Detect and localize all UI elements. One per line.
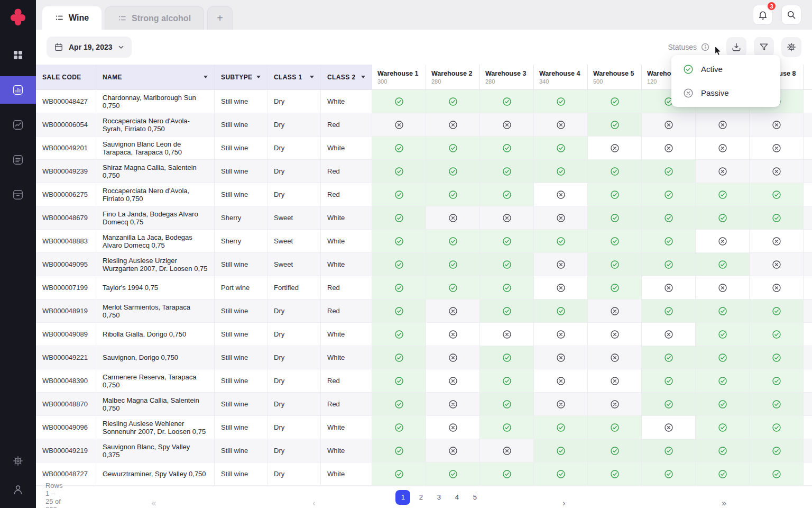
warehouse-status-cell[interactable] [480,160,534,183]
warehouse-status-cell[interactable] [642,113,696,136]
warehouse-status-cell[interactable] [588,137,642,159]
warehouse-status-cell[interactable] [696,369,750,392]
sidebar-item-trends[interactable] [0,111,36,139]
warehouse-status-cell[interactable] [696,276,750,299]
warehouse-status-cell[interactable] [588,160,642,183]
table-row[interactable]: WB000048727Gewurztraminer, Spy Valley 0,… [36,462,812,486]
warehouse-status-cell[interactable] [426,230,480,252]
table-row[interactable]: WB000006054Roccaperciata Nero d'Avola-Sy… [36,113,812,137]
column-header-sale-code[interactable]: SALE CODE [36,65,96,89]
warehouse-status-cell[interactable] [426,462,480,485]
warehouse-status-cell[interactable] [426,323,480,346]
warehouse-status-cell[interactable] [534,369,588,392]
sidebar-item-analytics[interactable] [0,76,36,104]
warehouse-status-cell[interactable] [642,393,696,415]
dropdown-item-passive[interactable]: Passive [671,81,780,105]
warehouse-status-cell[interactable] [642,206,696,229]
warehouse-status-cell[interactable] [588,393,642,415]
statuses-control[interactable]: Statuses [665,42,713,52]
warehouse-status-cell[interactable] [696,206,750,229]
warehouse-status-cell[interactable] [696,346,750,369]
warehouse-status-cell[interactable] [642,300,696,322]
warehouse-status-cell[interactable] [480,439,534,462]
warehouse-status-cell[interactable] [588,183,642,206]
warehouse-status-cell[interactable] [372,276,426,299]
warehouse-status-cell[interactable] [534,160,588,183]
warehouse-status-cell[interactable] [480,369,534,392]
table-row[interactable]: WB000048679Fino La Janda, Bodegas Alvaro… [36,206,812,230]
warehouse-status-cell[interactable] [372,90,426,113]
warehouse-status-cell[interactable] [372,323,426,346]
warehouse-status-cell[interactable] [480,393,534,415]
warehouse-status-cell[interactable] [750,230,804,252]
warehouse-status-cell[interactable] [426,113,480,136]
warehouse-status-cell[interactable] [696,323,750,346]
warehouse-status-cell[interactable] [750,439,804,462]
warehouse-status-cell[interactable] [372,346,426,369]
table-row[interactable]: WB000049201Sauvignon Blanc Leon de Tarap… [36,137,812,160]
warehouse-status-cell[interactable] [696,393,750,415]
warehouse-status-cell[interactable] [480,183,534,206]
warehouse-status-cell[interactable] [642,183,696,206]
warehouse-status-cell[interactable] [480,113,534,136]
warehouse-status-cell[interactable] [534,276,588,299]
warehouse-status-cell[interactable] [696,416,750,439]
warehouse-status-cell[interactable] [372,369,426,392]
warehouse-status-cell[interactable] [750,253,804,276]
warehouse-status-cell[interactable] [588,90,642,113]
warehouse-status-cell[interactable] [642,439,696,462]
warehouse-status-cell[interactable] [642,346,696,369]
warehouse-status-cell[interactable] [750,346,804,369]
warehouse-status-cell[interactable] [588,253,642,276]
warehouse-status-cell[interactable] [426,206,480,229]
pagination-first[interactable]: « [76,496,233,508]
warehouse-status-cell[interactable] [372,113,426,136]
column-header-subtype[interactable]: SUBTYPE [215,65,267,89]
warehouse-status-cell[interactable] [588,462,642,485]
warehouse-status-cell[interactable] [480,346,534,369]
warehouse-status-cell[interactable] [480,300,534,322]
warehouse-status-cell[interactable] [372,206,426,229]
warehouse-status-cell[interactable] [750,137,804,159]
warehouse-status-cell[interactable] [750,369,804,392]
warehouse-status-cell[interactable] [642,160,696,183]
warehouse-status-cell[interactable] [588,416,642,439]
warehouse-status-cell[interactable] [372,183,426,206]
warehouse-status-cell[interactable] [696,439,750,462]
warehouse-status-cell[interactable] [750,300,804,322]
warehouse-status-cell[interactable] [372,439,426,462]
warehouse-status-cell[interactable] [534,230,588,252]
column-header-class-1[interactable]: CLASS 1 [267,65,321,89]
table-row[interactable]: WB000049095Riesling Auslese Urziger Wurz… [36,253,812,276]
warehouse-status-cell[interactable] [534,137,588,159]
sidebar-settings-button[interactable] [12,455,24,468]
warehouse-status-cell[interactable] [372,137,426,159]
warehouse-status-cell[interactable] [750,160,804,183]
pagination-page[interactable]: 2 [413,490,428,505]
warehouse-status-cell[interactable] [642,276,696,299]
sort-desc-icon[interactable] [204,76,208,78]
pagination-next[interactable]: › [485,496,642,508]
warehouse-status-cell[interactable] [642,462,696,485]
warehouse-status-cell[interactable] [534,90,588,113]
warehouse-status-cell[interactable] [588,439,642,462]
warehouse-status-cell[interactable] [696,160,750,183]
table-row[interactable]: WB000049221Sauvignon, Dorigo 0,750Still … [36,346,812,369]
warehouse-status-cell[interactable] [534,206,588,229]
table-row[interactable]: WB000007199Taylor's 1994 0,75Port wineFo… [36,276,812,300]
warehouse-status-cell[interactable] [534,439,588,462]
table-row[interactable]: WB000049096Riesling Auslese Wehlener Son… [36,416,812,439]
warehouse-status-cell[interactable] [588,276,642,299]
warehouse-status-cell[interactable] [426,137,480,159]
sidebar-item-lists[interactable] [0,146,36,174]
pagination-page[interactable]: 4 [449,490,464,505]
warehouse-status-cell[interactable] [750,113,804,136]
table-row[interactable]: WB000049239Shiraz Magna Callia, Salentei… [36,160,812,183]
sort-desc-icon[interactable] [310,76,314,78]
search-button[interactable] [781,5,801,25]
pagination-prev[interactable]: ‹ [235,496,392,508]
info-icon[interactable] [701,43,709,51]
pagination-page[interactable]: 3 [431,490,446,505]
warehouse-status-cell[interactable] [588,346,642,369]
dropdown-item-active[interactable]: Active [671,57,780,81]
